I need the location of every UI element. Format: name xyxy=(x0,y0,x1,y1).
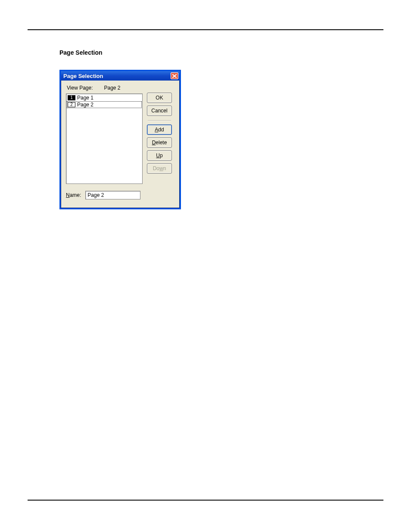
dialog-body: View Page: Page 2 1Page 12Page 2 OK Canc… xyxy=(61,81,180,208)
list-item[interactable]: 1Page 1 xyxy=(67,94,142,101)
up-button[interactable]: Up xyxy=(147,150,172,161)
name-input[interactable] xyxy=(85,191,140,199)
titlebar[interactable]: Page Selection xyxy=(61,71,180,81)
view-page-value: Page 2 xyxy=(104,85,121,91)
view-page-label: View Page: xyxy=(67,85,93,91)
list-item-label: Page 1 xyxy=(77,95,93,100)
ok-button[interactable]: OK xyxy=(147,93,172,103)
page-selection-dialog: Page Selection View Page: Page 2 1Page 1… xyxy=(59,70,181,209)
add-button[interactable]: Add xyxy=(147,124,172,135)
delete-button[interactable]: Delete xyxy=(147,137,172,148)
button-separator xyxy=(148,120,171,121)
cancel-button[interactable]: Cancel xyxy=(147,106,172,116)
titlebar-text: Page Selection xyxy=(63,73,103,79)
list-item-index: 1 xyxy=(68,95,75,100)
page-listbox[interactable]: 1Page 12Page 2 xyxy=(66,93,143,184)
list-item-index: 2 xyxy=(68,102,75,107)
section-heading: Page Selection xyxy=(59,49,411,56)
close-icon[interactable] xyxy=(171,72,178,79)
down-button[interactable]: Down xyxy=(147,163,172,174)
list-item[interactable]: 2Page 2 xyxy=(67,101,142,108)
name-row: Name: xyxy=(66,191,140,199)
page-divider-top xyxy=(28,29,383,30)
list-item-label: Page 2 xyxy=(77,102,93,107)
name-label: Name: xyxy=(66,192,81,198)
view-page-row: View Page: Page 2 xyxy=(67,85,176,91)
button-column: OK Cancel Add Delete Up Down xyxy=(147,93,172,184)
page-divider-bottom xyxy=(28,500,383,501)
